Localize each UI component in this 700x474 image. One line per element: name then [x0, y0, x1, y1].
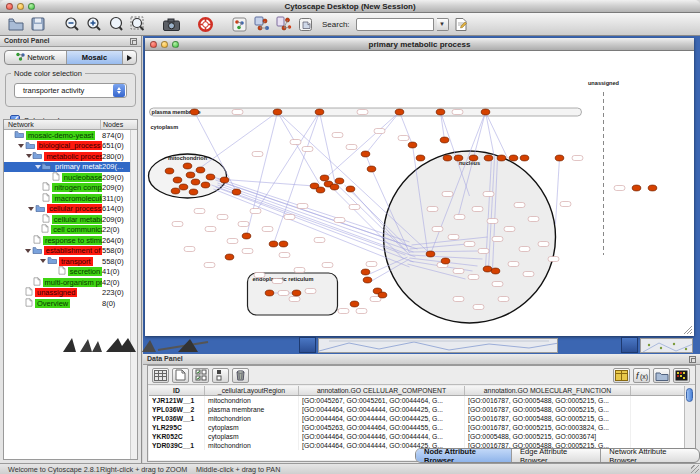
network-node[interactable]: [648, 185, 657, 191]
table-cell[interactable]: [GO:0045267, GO:0045261, GO:0044464, G..…: [299, 396, 465, 405]
node-color-dropdown[interactable]: transporter activity: [14, 83, 127, 98]
tree-row-label[interactable]: macromolecule: [52, 194, 102, 203]
background-frame-edge[interactable]: [621, 337, 638, 353]
network-node[interactable]: [171, 188, 180, 194]
zoom-fit-icon[interactable]: [128, 15, 147, 34]
network-node[interactable]: [363, 277, 372, 283]
zoom-selected-icon[interactable]: [106, 15, 125, 34]
table-row[interactable]: YPL036W__1mitochondrion[GO:0044464, GO:0…: [149, 414, 694, 423]
network-node[interactable]: [426, 251, 435, 257]
vizmapper-icon[interactable]: [252, 15, 271, 34]
frame-resize-grip[interactable]: [684, 326, 693, 335]
import-network-icon[interactable]: [296, 15, 315, 34]
table-cell[interactable]: cytoplasm: [205, 432, 299, 441]
search-options-icon[interactable]: [452, 15, 471, 34]
network-node[interactable]: [273, 109, 282, 115]
table-cell[interactable]: [GO:0044464, GO:0044444, GO:0044425, G..…: [299, 405, 465, 414]
table-cell[interactable]: [GO:0016787, GO:0005488, GO:0005215, G..…: [465, 396, 631, 405]
table-column-header[interactable]: annotation.GO MOLECULAR_FUNCTION: [465, 386, 631, 395]
tree-row[interactable]: cellular metabol209(0): [4, 214, 137, 225]
network-node[interactable]: [220, 177, 229, 183]
network-node[interactable]: [183, 163, 192, 169]
network-node[interactable]: [378, 292, 387, 298]
tree-row-label[interactable]: multi-organism pro: [43, 278, 102, 287]
table-cell[interactable]: YKR052C: [149, 432, 205, 441]
column-network[interactable]: Network: [4, 120, 101, 129]
snapshot-icon[interactable]: [162, 15, 181, 34]
open-icon[interactable]: [6, 15, 25, 34]
network-node[interactable]: [346, 186, 355, 192]
tree-row-label[interactable]: transport: [59, 257, 93, 266]
tree-row-label[interactable]: mosaic-demo-yeast: [26, 131, 95, 140]
tree-row-label[interactable]: secretion: [68, 267, 102, 276]
tree-scrollbar[interactable]: [130, 130, 137, 459]
tree-row[interactable]: metabolic process280(0): [4, 151, 137, 162]
network-node[interactable]: [315, 109, 324, 115]
network-canvas[interactable]: plasma membranecytoplasmmitochondrionnuc…: [145, 51, 694, 336]
network-node[interactable]: [483, 266, 492, 272]
network-node[interactable]: [469, 155, 478, 161]
expand-arrow-icon[interactable]: [27, 207, 35, 211]
table-cell[interactable]: YDR039C__1: [149, 441, 205, 450]
network-view-titlebar[interactable]: primary metabolic process: [145, 38, 694, 51]
tree-row[interactable]: mosaic-demo-yeast874(0): [4, 130, 137, 141]
trash-icon[interactable]: [232, 368, 249, 383]
table-cell[interactable]: [GO:0044464, GO:0044444, GO:0044425, G..…: [299, 414, 465, 423]
network-node[interactable]: [320, 175, 329, 181]
network-node[interactable]: [367, 166, 376, 172]
import-attributes-icon[interactable]: [653, 368, 670, 383]
network-node[interactable]: [196, 167, 205, 173]
tab-mosaic[interactable]: Mosaic: [67, 51, 123, 64]
network-node[interactable]: [232, 189, 241, 195]
match-attribute-icon[interactable]: [212, 368, 229, 383]
network-node[interactable]: [361, 151, 370, 157]
expand-arrow-icon[interactable]: [39, 259, 47, 263]
tree-row-label[interactable]: cell communicat: [51, 225, 102, 234]
network-node[interactable]: [509, 155, 518, 161]
tree-row-label[interactable]: response to stimul: [43, 236, 102, 245]
table-row[interactable]: YJR121W__1mitochondrion[GO:0045267, GO:0…: [149, 396, 694, 405]
network-node[interactable]: [335, 178, 344, 184]
background-frame-edge[interactable]: [299, 337, 316, 353]
network-node[interactable]: [165, 168, 174, 174]
formula-icon[interactable]: f(x): [633, 368, 650, 383]
tab-edge-attribute-browser[interactable]: Edge Attribute Browser: [512, 449, 601, 462]
background-frame-thumbnail[interactable]: [640, 338, 693, 353]
tree-row[interactable]: nitrogen compo209(0): [4, 183, 137, 194]
tree-row[interactable]: secretion41(0): [4, 267, 137, 278]
network-node[interactable]: [555, 155, 564, 161]
tree-row[interactable]: cell communicat22(0): [4, 225, 137, 236]
table-cell[interactable]: YPL036W__1: [149, 414, 205, 423]
tree-row[interactable]: unassigned223(0): [4, 288, 137, 299]
network-node[interactable]: [269, 241, 278, 247]
network-node[interactable]: [179, 184, 188, 190]
table-column-header[interactable]: annotation.GO CELLULAR_COMPONENT: [299, 386, 465, 395]
float-panel-icon[interactable]: [689, 356, 696, 363]
network-node[interactable]: [350, 301, 359, 307]
table-cell[interactable]: [GO:0044464, GO:0044446, GO:0044444, G..…: [299, 432, 465, 441]
table-cell[interactable]: mitochondrion: [205, 396, 299, 405]
network-node[interactable]: [242, 233, 251, 239]
table-row[interactable]: YPL036W__2plasma membrane[GO:0044464, GO…: [149, 405, 694, 414]
table-cell[interactable]: cytoplasm: [205, 423, 299, 432]
table-cell[interactable]: YLR295C: [149, 423, 205, 432]
table-row[interactable]: YLR295Ccytoplasm[GO:0045263, GO:0044464,…: [149, 423, 694, 432]
network-node[interactable]: [206, 174, 215, 180]
scrollbar-thumb[interactable]: [686, 388, 693, 402]
search-dropdown-arrow[interactable]: ▼: [437, 18, 449, 31]
table-cell[interactable]: [GO:0016787, GO:0005488, GO:0005215, G..…: [465, 405, 631, 414]
network-node[interactable]: [189, 189, 198, 195]
tree-row[interactable]: macromolecule311(0): [4, 193, 137, 204]
float-panel-icon[interactable]: [130, 38, 137, 45]
network-node[interactable]: [497, 155, 506, 161]
network-node[interactable]: [316, 187, 325, 193]
tab-node-attribute-browser[interactable]: Node Attribute Browser: [416, 449, 512, 462]
tree-row[interactable]: primary metabo209(...: [4, 162, 137, 173]
tree-row-label[interactable]: Overview: [35, 299, 70, 308]
create-attribute-icon[interactable]: [172, 368, 189, 383]
search-input[interactable]: [356, 18, 434, 31]
network-node[interactable]: [454, 155, 463, 161]
delete-attribute-icon[interactable]: [192, 368, 209, 383]
network-node[interactable]: [279, 241, 288, 247]
network-node[interactable]: [395, 109, 404, 115]
